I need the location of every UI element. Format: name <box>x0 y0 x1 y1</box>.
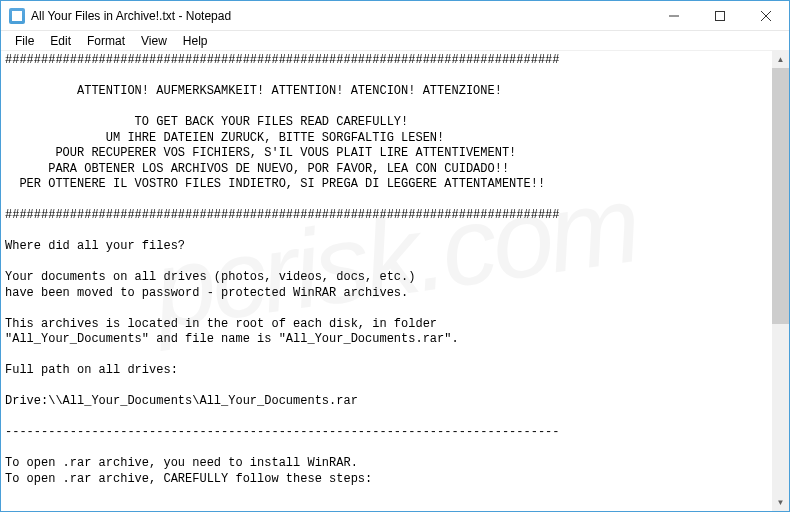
menu-edit[interactable]: Edit <box>42 32 79 50</box>
minimize-icon <box>669 11 679 21</box>
maximize-icon <box>715 11 725 21</box>
window-title: All Your Files in Archive!.txt - Notepad <box>31 9 651 23</box>
close-icon <box>761 11 771 21</box>
vertical-scrollbar[interactable]: ▲ ▼ <box>772 51 789 511</box>
scroll-down-arrow[interactable]: ▼ <box>772 494 789 511</box>
menu-view[interactable]: View <box>133 32 175 50</box>
menu-file[interactable]: File <box>7 32 42 50</box>
scroll-up-arrow[interactable]: ▲ <box>772 51 789 68</box>
titlebar[interactable]: All Your Files in Archive!.txt - Notepad <box>1 1 789 31</box>
window-controls <box>651 1 789 30</box>
scroll-thumb[interactable] <box>772 68 789 324</box>
content-area: ########################################… <box>1 51 789 511</box>
close-button[interactable] <box>743 1 789 30</box>
svg-rect-1 <box>716 11 725 20</box>
notepad-icon <box>9 8 25 24</box>
menu-help[interactable]: Help <box>175 32 216 50</box>
menu-format[interactable]: Format <box>79 32 133 50</box>
scroll-track[interactable] <box>772 68 789 494</box>
notepad-window: All Your Files in Archive!.txt - Notepad… <box>0 0 790 512</box>
text-content[interactable]: ########################################… <box>1 51 772 511</box>
maximize-button[interactable] <box>697 1 743 30</box>
menubar: File Edit Format View Help <box>1 31 789 51</box>
minimize-button[interactable] <box>651 1 697 30</box>
